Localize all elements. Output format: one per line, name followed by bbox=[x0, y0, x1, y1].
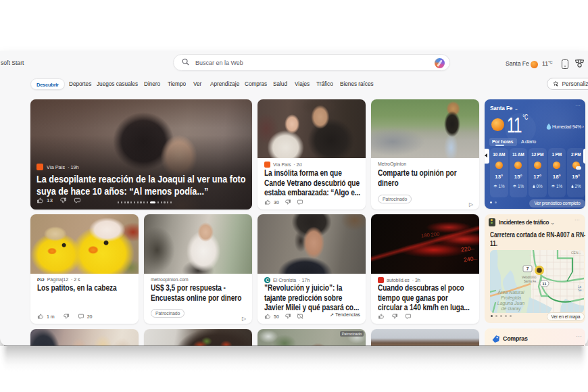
svg-text:11: 11 bbox=[542, 282, 547, 286]
svg-text:Área Natural: Área Natural bbox=[497, 289, 524, 295]
svg-text:CEN...: CEN... bbox=[571, 251, 581, 255]
svg-text:Se...: Se... bbox=[578, 289, 584, 292]
svg-text:Laguna Juan: Laguna Juan bbox=[497, 301, 525, 306]
svg-text:7: 7 bbox=[526, 266, 529, 271]
svg-text:de Garay: de Garay bbox=[501, 306, 521, 312]
svg-text:Santa Fe: Santa Fe bbox=[524, 280, 537, 283]
svg-text:Velódromo: Velódromo bbox=[522, 276, 537, 279]
svg-text:Protegida: Protegida bbox=[501, 295, 521, 301]
